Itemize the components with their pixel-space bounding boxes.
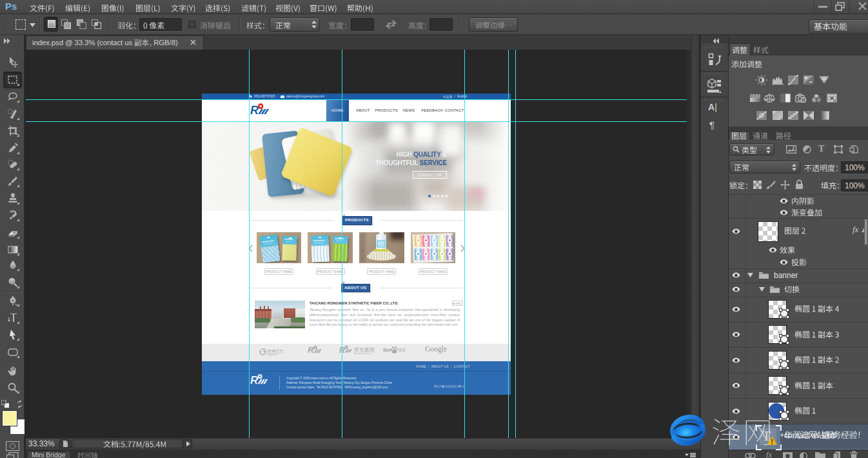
svg-text:R: R xyxy=(339,346,345,355)
svg-text:R: R xyxy=(250,104,259,117)
svg-text:R: R xyxy=(308,345,314,355)
svg-text:Bai: Bai xyxy=(383,347,391,353)
svg-text:阿里巴巴: 阿里巴巴 xyxy=(268,349,284,353)
svg-text:百度: 百度 xyxy=(398,348,405,353)
svg-text:R: R xyxy=(250,374,259,386)
svg-text:Alibaba.com: Alibaba.com xyxy=(268,353,278,356)
